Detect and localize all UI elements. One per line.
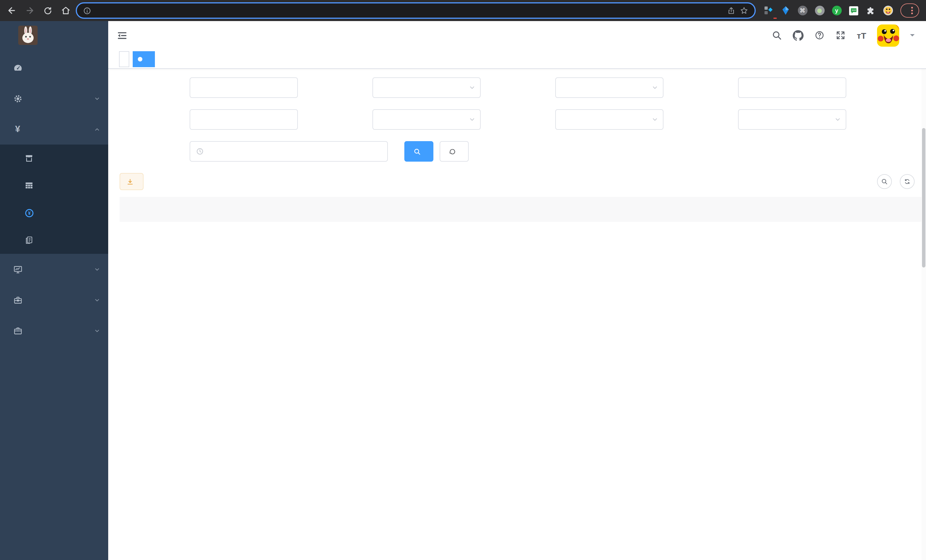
filter-merchant-order-no [668, 77, 851, 98]
table-toolbar [120, 173, 915, 190]
share-icon[interactable] [727, 6, 735, 15]
sidebar: ¥ ¥ [0, 21, 108, 560]
sidebar-item-app-info[interactable] [0, 172, 108, 199]
chevron-down-icon [652, 84, 658, 91]
app-logo-row[interactable] [0, 21, 108, 50]
extension-icon-balloon[interactable] [780, 5, 790, 16]
sidebar-item-system[interactable] [0, 83, 108, 114]
filter-app-id [303, 77, 485, 98]
order-table [120, 197, 915, 222]
browser-menu-icon[interactable] [911, 7, 913, 14]
font-size-icon[interactable]: тT [857, 30, 866, 40]
avatar-caret-icon[interactable] [910, 34, 915, 39]
scrollbar-thumb[interactable] [922, 128, 925, 267]
sidebar-item-infrastructure[interactable] [0, 254, 108, 285]
browser-nav [7, 6, 71, 15]
sidebar-item-home[interactable] [0, 52, 108, 83]
filter-refund-status [485, 109, 668, 130]
chevron-down-icon [652, 116, 658, 123]
hamburger-icon[interactable] [117, 30, 127, 41]
col-pay-status [655, 197, 708, 222]
extension-icon-chat[interactable] [849, 5, 859, 16]
extension-icon-collection[interactable] [763, 5, 773, 16]
chevron-down-icon [94, 328, 100, 334]
site-info-icon[interactable] [83, 6, 91, 15]
extension-icon-recorder[interactable] [814, 5, 825, 16]
filter-pay-status [303, 109, 485, 130]
forward-icon[interactable] [25, 6, 35, 15]
col-fee [542, 197, 599, 222]
svg-text:¥: ¥ [27, 210, 30, 216]
tag-home[interactable] [119, 51, 129, 67]
col-actions [872, 197, 926, 222]
sidebar-item-merchant-info[interactable] [0, 145, 108, 172]
github-icon[interactable] [793, 30, 804, 41]
chevron-down-icon [469, 116, 475, 123]
gear-icon [11, 94, 24, 103]
sidebar-menu: ¥ ¥ [0, 50, 108, 346]
extension-badge [773, 17, 777, 18]
scrollbar[interactable] [921, 21, 926, 560]
pay-status-select[interactable] [372, 109, 481, 130]
document-icon [22, 235, 36, 245]
channel-order-input[interactable] [190, 109, 298, 130]
hide-search-icon[interactable] [877, 174, 892, 189]
main-panel: тT [108, 21, 926, 560]
channel-code-select[interactable] [555, 77, 663, 98]
app-select[interactable] [372, 77, 481, 98]
chevron-up-icon [94, 126, 100, 132]
reset-button[interactable] [440, 141, 469, 162]
active-dot [138, 57, 142, 61]
table-grid-icon [22, 181, 36, 190]
extension-icon-command[interactable]: ⌘ [797, 5, 808, 16]
browser-toolbar: ⌘ y [0, 0, 926, 21]
filter-channel-code [485, 77, 668, 98]
export-button[interactable] [120, 173, 144, 190]
back-icon[interactable] [7, 6, 17, 15]
app-logo [18, 26, 38, 45]
col-pay-order [223, 197, 393, 222]
search-button[interactable] [404, 141, 433, 162]
merchant-select[interactable] [190, 77, 298, 98]
filter-notify-status [668, 109, 851, 130]
help-icon[interactable] [815, 30, 825, 41]
yen-icon: ¥ [11, 125, 24, 134]
sidebar-item-pay-order[interactable]: ¥ [0, 199, 108, 226]
fullscreen-icon[interactable] [836, 30, 846, 41]
shop-icon [22, 154, 36, 163]
date-range-input[interactable] [190, 141, 388, 162]
filter-row-2 [120, 109, 915, 130]
refund-status-select[interactable] [555, 109, 663, 130]
toolbox-icon [11, 295, 24, 305]
col-channel [151, 197, 223, 222]
bookmark-star-icon[interactable] [740, 6, 748, 15]
sidebar-item-refund-order[interactable] [0, 226, 108, 254]
notify-status-select[interactable] [738, 109, 846, 130]
refresh-icon[interactable] [900, 174, 915, 189]
reload-icon[interactable] [43, 6, 52, 15]
extension-icon-y-green[interactable]: y [831, 5, 842, 16]
yen-circle-icon: ¥ [22, 208, 36, 218]
avatar[interactable] [877, 24, 899, 46]
browser-update-button[interactable] [900, 3, 919, 18]
chevron-down-icon [94, 95, 100, 101]
browser-extensions: ⌘ y [761, 5, 895, 16]
filter-create-time [120, 141, 388, 162]
sidebar-item-payment[interactable]: ¥ [0, 114, 108, 145]
address-bar[interactable] [76, 2, 756, 19]
navbar: тT [108, 21, 926, 50]
sidebar-submenu-payment: ¥ [0, 145, 108, 254]
extension-icon-emoji[interactable] [883, 5, 893, 16]
chevron-down-icon [469, 84, 475, 91]
home-icon[interactable] [61, 6, 71, 15]
merchant-order-input[interactable] [738, 77, 846, 98]
filter-row-3 [120, 141, 915, 162]
sidebar-item-workflow[interactable] [0, 315, 108, 346]
extensions-puzzle-icon[interactable] [865, 5, 876, 16]
col-notify-status [708, 197, 760, 222]
screen: ⌘ y [0, 0, 926, 560]
search-icon[interactable] [772, 30, 782, 41]
briefcase-icon [11, 326, 24, 335]
tag-pay-order[interactable] [133, 51, 155, 67]
sidebar-item-dev-tools[interactable] [0, 285, 108, 315]
